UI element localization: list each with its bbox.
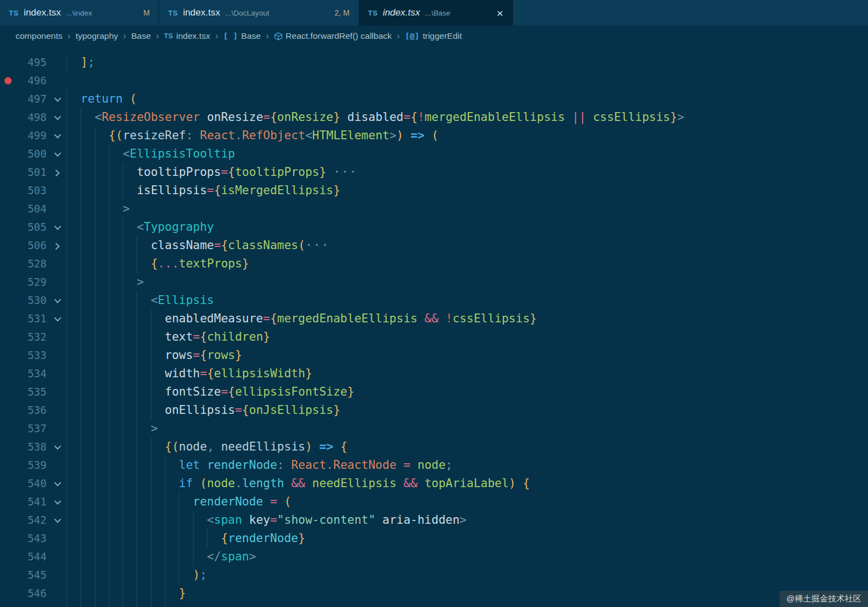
gutter[interactable]: 535 [0, 383, 67, 401]
line-number[interactable]: 538 [16, 438, 47, 456]
gutter[interactable]: 539 [0, 456, 67, 474]
gutter[interactable]: 542 [0, 511, 67, 529]
code-text[interactable]: text={children} [67, 328, 270, 346]
code-line[interactable]: 546} [0, 584, 868, 603]
fold-chevron-icon[interactable] [47, 499, 67, 504]
code-text[interactable]: width={ellipsisWidth} [67, 365, 312, 383]
breakpoint-slot[interactable] [0, 181, 16, 200]
breakpoint-slot[interactable] [0, 603, 16, 607]
line-number[interactable]: 529 [16, 273, 47, 291]
gutter[interactable]: 547 [0, 603, 67, 607]
code-line[interactable]: 503isEllipsis={isMergedEllipsis} [0, 181, 868, 200]
gutter[interactable]: 504 [0, 200, 67, 218]
breakpoint-slot[interactable] [0, 474, 16, 493]
line-number[interactable]: 547 [16, 603, 47, 607]
fold-chevron-icon[interactable] [47, 97, 67, 102]
gutter[interactable]: 506 [0, 236, 67, 255]
code-line[interactable]: 506className={classNames(··· [0, 236, 868, 255]
gutter[interactable]: 498 [0, 108, 67, 127]
code-text[interactable]: <Ellipsis [67, 291, 214, 310]
gutter[interactable]: 497 [0, 90, 67, 108]
code-line[interactable]: 530<Ellipsis [0, 291, 868, 310]
breakpoint-slot[interactable] [0, 163, 16, 181]
gutter[interactable]: 530 [0, 291, 67, 310]
line-number[interactable]: 499 [16, 127, 47, 145]
code-text[interactable]: tooltipProps={tooltipProps} ··· [67, 163, 357, 181]
code-text[interactable]: <EllipsisTooltip [67, 145, 235, 163]
line-number[interactable]: 500 [16, 145, 47, 163]
breadcrumb-item-components[interactable]: components [16, 31, 62, 41]
fold-chevron-icon[interactable] [47, 243, 67, 248]
gutter[interactable]: 536 [0, 401, 67, 419]
breakpoint-slot[interactable] [0, 566, 16, 584]
code-line[interactable]: 540if (node.length && needEllipsis && to… [0, 474, 868, 493]
code-line[interactable]: 504> [0, 200, 868, 218]
fold-chevron-icon[interactable] [47, 133, 67, 138]
breadcrumb-item-typography[interactable]: typography [75, 31, 118, 41]
breadcrumb-item-index-tsx[interactable]: TS index.tsx [164, 31, 210, 41]
line-number[interactable]: 495 [16, 53, 47, 72]
gutter[interactable]: 528 [0, 255, 67, 273]
gutter[interactable]: 496 [0, 72, 67, 90]
line-number[interactable]: 546 [16, 584, 47, 603]
breadcrumb-item-base-folder[interactable]: Base [132, 31, 151, 41]
line-number[interactable]: 503 [16, 181, 47, 200]
gutter[interactable]: 546 [0, 584, 67, 603]
breakpoint-slot[interactable] [0, 383, 16, 401]
code-text[interactable]: <ResizeObserver onResize={onResize} disa… [67, 108, 684, 127]
code-text[interactable]: <Typography [67, 218, 214, 236]
gutter[interactable]: 540 [0, 474, 67, 493]
code-line[interactable]: 495]; [0, 53, 868, 72]
code-line[interactable]: 539let renderNode: React.ReactNode = nod… [0, 456, 868, 474]
code-editor[interactable]: 495];496497return (498<ResizeObserver on… [0, 47, 868, 607]
fold-chevron-icon[interactable] [47, 316, 67, 321]
code-text[interactable]: } [67, 584, 186, 603]
line-number[interactable]: 530 [16, 291, 47, 310]
breakpoint-slot[interactable] [0, 291, 16, 310]
code-text[interactable]: {...textProps} [67, 255, 249, 273]
breakpoint-slot[interactable] [0, 145, 16, 163]
code-line[interactable]: 532text={children} [0, 328, 868, 346]
code-line[interactable]: 541renderNode = ( [0, 493, 868, 511]
breakpoint-dot[interactable] [0, 72, 16, 90]
code-text[interactable]: rows={rows} [67, 346, 242, 365]
code-text[interactable]: onEllipsis={onJsEllipsis} [67, 401, 340, 419]
breakpoint-slot[interactable] [0, 236, 16, 255]
breakpoint-slot[interactable] [0, 511, 16, 529]
line-number[interactable]: 536 [16, 401, 47, 419]
breadcrumb-item-triggeredit[interactable]: [@] triggerEdit [405, 31, 462, 41]
breadcrumb-item-forwardref-callback[interactable]: React.forwardRef() callback [274, 31, 392, 41]
breakpoint-slot[interactable] [0, 584, 16, 603]
code-line[interactable]: 543{renderNode} [0, 529, 868, 548]
fold-chevron-icon[interactable] [47, 298, 67, 303]
line-number[interactable]: 535 [16, 383, 47, 401]
code-line[interactable]: 529> [0, 273, 868, 291]
gutter[interactable]: 545 [0, 566, 67, 584]
breakpoint-slot[interactable] [0, 127, 16, 145]
code-text[interactable]: isEllipsis={isMergedEllipsis} [67, 181, 340, 200]
code-line[interactable]: 534width={ellipsisWidth} [0, 365, 868, 383]
code-text[interactable]: {(resizeRef: React.RefObject<HTMLElement… [67, 127, 438, 145]
code-text[interactable]: fontSize={ellipsisFontSize} [67, 383, 354, 401]
breakpoint-slot[interactable] [0, 53, 16, 72]
gutter[interactable]: 503 [0, 181, 67, 200]
code-line[interactable]: 533rows={rows} [0, 346, 868, 365]
code-line[interactable]: 528{...textProps} [0, 255, 868, 273]
gutter[interactable]: 499 [0, 127, 67, 145]
code-text[interactable]: {(node, needEllipsis) => { [67, 438, 347, 456]
gutter[interactable]: 529 [0, 273, 67, 291]
code-line[interactable]: 547 [0, 603, 868, 607]
code-text[interactable]: > [67, 200, 130, 218]
code-text[interactable]: {renderNode} [67, 529, 305, 548]
breakpoint-slot[interactable] [0, 401, 16, 419]
fold-chevron-icon[interactable] [47, 225, 67, 230]
breakpoint-slot[interactable] [0, 548, 16, 566]
fold-chevron-icon[interactable] [47, 444, 67, 449]
code-line[interactable]: 496 [0, 72, 868, 90]
gutter[interactable]: 544 [0, 548, 67, 566]
code-text[interactable]: ]; [67, 53, 95, 72]
gutter[interactable]: 538 [0, 438, 67, 456]
code-text[interactable]: </span> [67, 548, 256, 566]
code-line[interactable]: 536onEllipsis={onJsEllipsis} [0, 401, 868, 419]
code-line[interactable]: 538{(node, needEllipsis) => { [0, 438, 868, 456]
